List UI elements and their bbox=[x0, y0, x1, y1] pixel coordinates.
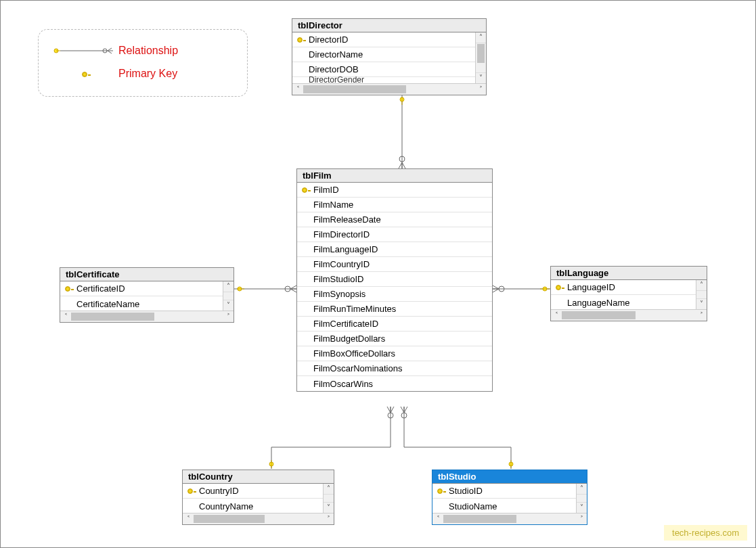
table-column[interactable]: DirectorName bbox=[292, 47, 475, 62]
scroll-left-icon[interactable]: ˂ bbox=[432, 513, 443, 524]
vertical-scrollbar[interactable]: ˄ ˅ bbox=[475, 32, 486, 83]
scroll-left-icon[interactable]: ˂ bbox=[551, 310, 562, 321]
table-title[interactable]: tblFilm bbox=[297, 169, 492, 183]
table-title[interactable]: tblCertificate bbox=[60, 268, 234, 281]
scroll-down-icon[interactable]: ˅ bbox=[324, 502, 334, 513]
scroll-right-icon[interactable]: ˃ bbox=[475, 84, 486, 95]
table-tbllanguage[interactable]: tblLanguage LanguageID LanguageName ˄ ˅ … bbox=[550, 266, 707, 321]
table-column[interactable]: DirectorGender bbox=[292, 77, 475, 83]
scroll-up-icon[interactable]: ˄ bbox=[223, 281, 234, 292]
scroll-down-icon[interactable]: ˅ bbox=[577, 502, 587, 513]
scroll-down-icon[interactable]: ˅ bbox=[476, 72, 486, 83]
scroll-up-icon[interactable]: ˄ bbox=[696, 280, 707, 291]
table-title[interactable]: tblDirector bbox=[292, 19, 486, 32]
scroll-thumb[interactable] bbox=[303, 85, 406, 93]
pk-icon bbox=[183, 486, 198, 496]
table-column[interactable]: DirectorID bbox=[292, 32, 475, 47]
table-tbldirector[interactable]: tblDirector DirectorID DirectorName Dire… bbox=[292, 18, 487, 95]
table-column[interactable]: StudioName bbox=[432, 499, 576, 513]
table-tblfilm[interactable]: tblFilm FilmID FilmName FilmReleaseDate … bbox=[296, 168, 493, 392]
table-column[interactable]: CertificateID bbox=[60, 281, 223, 296]
scroll-right-icon[interactable]: ˃ bbox=[323, 513, 334, 524]
table-column[interactable]: FilmBoxOfficeDollars bbox=[297, 346, 492, 361]
table-title[interactable]: tblStudio bbox=[432, 470, 587, 484]
table-column[interactable]: FilmRunTimeMinutes bbox=[297, 302, 492, 317]
scroll-right-icon[interactable]: ˃ bbox=[696, 310, 707, 321]
scroll-up-icon[interactable]: ˄ bbox=[577, 484, 587, 495]
pk-icon bbox=[60, 283, 75, 294]
pk-icon bbox=[551, 282, 566, 292]
svg-point-16 bbox=[269, 462, 273, 466]
table-column[interactable]: FilmDirectorID bbox=[297, 227, 492, 242]
table-column[interactable]: FilmOscarNominations bbox=[297, 361, 492, 376]
scroll-left-icon[interactable]: ˂ bbox=[183, 513, 194, 524]
scroll-down-icon[interactable]: ˅ bbox=[696, 298, 707, 309]
column-list: CountryID CountryName bbox=[183, 484, 323, 513]
table-title[interactable]: tblLanguage bbox=[551, 267, 707, 280]
table-column[interactable]: FilmBudgetDollars bbox=[297, 332, 492, 346]
scroll-up-icon[interactable]: ˄ bbox=[476, 32, 486, 43]
horizontal-scrollbar[interactable]: ˂ ˃ bbox=[60, 311, 234, 322]
table-column[interactable]: LanguageID bbox=[551, 280, 696, 295]
table-column[interactable]: FilmReleaseDate bbox=[297, 212, 492, 227]
table-column[interactable]: FilmOscarWins bbox=[297, 376, 492, 391]
vertical-scrollbar[interactable]: ˄ ˅ bbox=[223, 281, 234, 311]
table-column[interactable]: FilmLanguageID bbox=[297, 242, 492, 257]
table-column[interactable]: FilmCertificateID bbox=[297, 317, 492, 332]
horizontal-scrollbar[interactable]: ˂ ˃ bbox=[292, 83, 486, 95]
scroll-thumb[interactable] bbox=[194, 515, 265, 523]
column-list: CertificateID CertificateName bbox=[60, 281, 223, 311]
table-title[interactable]: tblCountry bbox=[183, 470, 334, 484]
vertical-scrollbar[interactable]: ˄ ˅ bbox=[323, 484, 334, 513]
watermark-label: tech-recipes.com bbox=[664, 525, 747, 541]
svg-point-18 bbox=[388, 413, 393, 418]
pk-icon bbox=[297, 185, 312, 195]
table-column[interactable]: FilmID bbox=[297, 183, 492, 198]
table-column[interactable]: LanguageName bbox=[551, 295, 696, 310]
table-tblstudio[interactable]: tblStudio StudioID StudioName ˄ ˅ ˂ ˃ bbox=[432, 470, 587, 525]
svg-point-21 bbox=[401, 413, 407, 418]
svg-point-19 bbox=[509, 462, 513, 466]
legend-row-relationship: Relationship bbox=[51, 39, 235, 62]
scroll-left-icon[interactable]: ˂ bbox=[292, 84, 303, 95]
table-column[interactable]: CountryID bbox=[183, 484, 323, 499]
vertical-scrollbar[interactable]: ˄ ˅ bbox=[576, 484, 587, 513]
svg-point-9 bbox=[238, 287, 242, 291]
table-column[interactable]: CountryName bbox=[183, 499, 323, 513]
scroll-right-icon[interactable]: ˃ bbox=[576, 513, 587, 524]
scroll-thumb[interactable] bbox=[477, 44, 485, 63]
table-column[interactable]: CertificateName bbox=[60, 296, 223, 311]
scroll-right-icon[interactable]: ˃ bbox=[223, 311, 234, 322]
column-list: StudioID StudioName bbox=[432, 484, 576, 513]
horizontal-scrollbar[interactable]: ˂ ˃ bbox=[432, 513, 587, 524]
scroll-thumb[interactable] bbox=[562, 311, 636, 319]
horizontal-scrollbar[interactable]: ˂ ˃ bbox=[551, 309, 707, 321]
column-list: LanguageID LanguageName bbox=[551, 280, 696, 310]
scroll-left-icon[interactable]: ˂ bbox=[60, 311, 71, 322]
table-column[interactable]: StudioID bbox=[432, 484, 576, 499]
svg-point-11 bbox=[285, 286, 290, 292]
vertical-scrollbar[interactable]: ˄ ˅ bbox=[696, 280, 707, 309]
table-column[interactable]: FilmCountryID bbox=[297, 257, 492, 272]
pk-icon bbox=[292, 35, 307, 45]
scroll-down-icon[interactable]: ˅ bbox=[223, 300, 234, 311]
scroll-up-icon[interactable]: ˄ bbox=[324, 484, 334, 495]
column-list: FilmID FilmName FilmReleaseDate FilmDire… bbox=[297, 183, 492, 391]
table-tblcountry[interactable]: tblCountry CountryID CountryName ˄ ˅ ˂ ˃ bbox=[182, 470, 334, 525]
legend-row-primary-key: Primary Key bbox=[51, 62, 235, 85]
legend-box: Relationship Primary Key bbox=[38, 29, 248, 97]
horizontal-scrollbar[interactable]: ˂ ˃ bbox=[183, 513, 334, 524]
table-column[interactable]: FilmStudioID bbox=[297, 272, 492, 287]
svg-point-5 bbox=[400, 97, 404, 101]
svg-point-13 bbox=[543, 287, 547, 291]
column-list: DirectorID DirectorName DirectorDOB Dire… bbox=[292, 32, 475, 83]
relationship-icon bbox=[51, 44, 118, 58]
primary-key-icon bbox=[51, 69, 118, 79]
table-tblcertificate[interactable]: tblCertificate CertificateID Certificate… bbox=[60, 267, 234, 323]
scroll-thumb[interactable] bbox=[71, 313, 154, 321]
table-column[interactable]: FilmName bbox=[297, 198, 492, 212]
legend-primary-key-label: Primary Key bbox=[118, 68, 177, 80]
scroll-thumb[interactable] bbox=[443, 515, 516, 523]
legend-relationship-label: Relationship bbox=[118, 45, 178, 57]
table-column[interactable]: FilmSynopsis bbox=[297, 287, 492, 302]
